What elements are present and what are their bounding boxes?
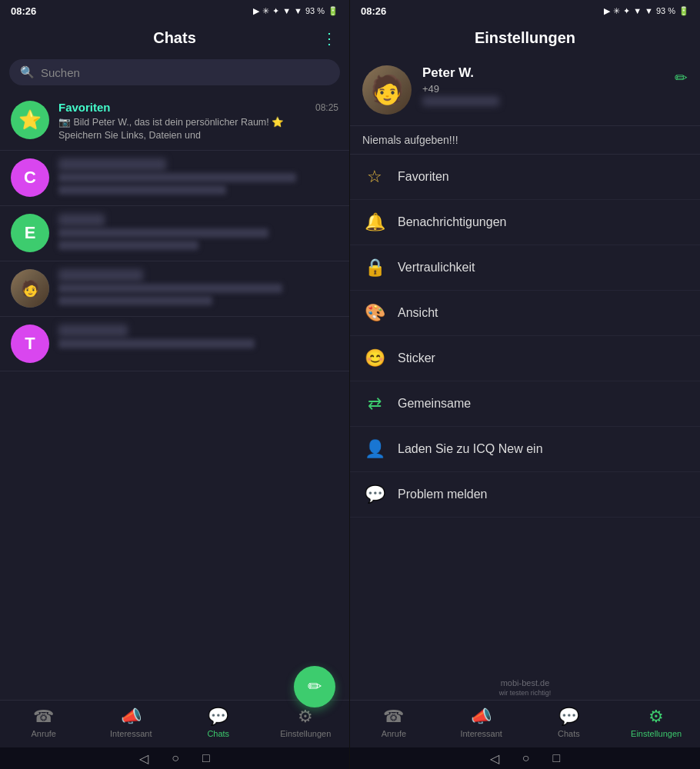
back-btn[interactable]: ◁ [139,751,148,766]
watermark: mobi-best.de wir testen richtig! [350,675,700,700]
profile-status: Niemals aufgeben!!! [350,126,700,155]
appearance-label: Ansicht [398,306,438,320]
settings-nav-icon: ⚙ [298,707,313,727]
list-item[interactable]: ⭐ Favoriten 08:25 📷 Bild Peter W., das i… [0,93,349,151]
chats-nav-label-r: Chats [558,729,580,738]
appearance-icon: 🎨 [364,303,385,323]
calls-label: Anrufe [32,729,56,738]
chat-name-blurred [58,158,166,171]
chat-preview-blurred [58,173,296,182]
invite-icon: 👤 [364,439,385,459]
chats-title: Chats [153,29,196,47]
chat-name-blurred [58,325,128,337]
profile-section[interactable]: 🧑 Peter W. +49 ✏ [350,55,700,126]
search-icon: 🔍 [20,65,35,79]
avatar: 🧑 [11,269,49,308]
avatar-photo-inner: 🧑 [11,269,49,308]
battery-text: 93 % [305,6,325,15]
chats-nav-icon-r: 💬 [558,707,579,727]
compose-icon: ✏ [308,677,322,697]
calls-label-r: Anrufe [382,729,406,738]
home-btn[interactable]: ○ [172,751,179,765]
invite-label: Laden Sie zu ICQ New ein [398,442,543,456]
battery-text-r: 93 % [656,6,675,15]
settings-nav-label-r: Einstellungen [631,729,682,738]
recents-btn[interactable]: □ [202,751,210,765]
signal-icon: ▼ [294,6,302,15]
settings-item-report[interactable]: 💬 Problem melden [350,472,700,518]
chat-preview-blurred-2 [58,296,212,305]
nav-item-calls-r[interactable]: ☎ Anrufe [367,707,421,738]
chat-content [58,158,338,198]
chat-name-blurred [58,214,105,226]
list-item[interactable]: 🧑 [0,261,349,317]
chat-preview: 📷 Bild Peter W., das ist dein persönlich… [58,116,289,142]
nav-item-interesting-r[interactable]: 📣 Interessant [455,707,508,738]
wifi-icon-r: ▼ [633,6,642,15]
bottom-nav-right: ☎ Anrufe 📣 Interessant 💬 Chats ⚙ Einstel… [350,700,700,747]
chat-time: 08:25 [315,102,338,113]
menu-icon[interactable]: ⋮ [322,29,337,48]
bluetooth-icon: ✦ [272,6,279,16]
nav-item-chats-r[interactable]: 💬 Chats [542,707,595,738]
favorites-icon: ☆ [364,167,385,187]
nav-item-interesting[interactable]: 📣 Interessant [104,707,158,738]
profile-phone: +49 [422,83,688,95]
settings-item-notifications[interactable]: 🔔 Benachrichtigungen [350,200,700,245]
edit-profile-icon[interactable]: ✏ [675,68,688,87]
list-item[interactable]: T [0,317,349,371]
settings-title: Einstellungen [475,29,575,47]
chat-preview-blurred-2 [58,185,226,195]
system-bar-left: ◁ ○ □ [0,747,349,769]
settings-nav-icon-r: ⚙ [648,707,664,727]
signal-icon-r: ▼ [645,6,653,15]
bottom-nav-left: ☎ Anrufe 📣 Interessant 💬 Chats ⚙ Einstel… [0,700,349,747]
chat-list: ⭐ Favoriten 08:25 📷 Bild Peter W., das i… [0,93,349,700]
avatar: ⭐ [11,101,49,139]
profile-username-blurred [422,96,499,106]
right-panel: 08:26 ▶ ✳ ✦ ▼ ▼ 93 % 🔋 Einstellungen 🧑 P… [350,0,700,769]
recents-btn-r[interactable]: □ [553,751,561,765]
status-bar-left: 08:26 ▶ ✳ ✦ ▼ ▼ 93 % 🔋 [0,0,349,22]
chat-row: Favoriten 08:25 [58,101,338,114]
avatar: T [11,325,49,363]
nav-item-settings-r[interactable]: ⚙ Einstellungen [629,707,683,738]
privacy-icon: 🔒 [364,258,385,278]
chats-nav-label: Chats [207,729,229,738]
settings-item-shared[interactable]: ⇄ Gemeinsame [350,381,700,427]
settings-item-stickers[interactable]: 😊 Sticker [350,336,700,381]
notifications-label: Benachrichtigungen [398,215,506,229]
nav-item-chats[interactable]: 💬 Chats [192,707,245,738]
settings-item-privacy[interactable]: 🔒 Vertraulichkeit [350,245,700,291]
status-icons-right: ▶ ✳ ✦ ▼ ▼ 93 % 🔋 [604,6,689,16]
nav-item-calls[interactable]: ☎ Anrufe [17,707,71,738]
media-icon-r: ▶ [604,6,610,16]
favorites-label: Favoriten [398,170,449,184]
report-label: Problem melden [398,488,488,501]
profile-name: Peter W. [422,65,688,81]
search-bar[interactable]: 🔍 Suchen [9,59,340,85]
list-item[interactable]: E [0,206,349,261]
list-item[interactable]: C [0,151,349,206]
shared-icon: ⇄ [364,394,385,414]
stickers-icon: 😊 [364,348,385,368]
back-btn-r[interactable]: ◁ [490,751,499,766]
home-btn-r[interactable]: ○ [522,751,530,765]
interesting-icon-r: 📣 [471,707,492,727]
chat-name: Favoriten [58,101,111,114]
compose-fab[interactable]: ✏ [294,666,335,707]
settings-item-appearance[interactable]: 🎨 Ansicht [350,291,700,336]
settings-list: ☆ Favoriten 🔔 Benachrichtigungen 🔒 Vertr… [350,155,700,675]
sync-icon-r: ✳ [613,6,620,16]
nav-item-settings[interactable]: ⚙ Einstellungen [278,707,332,738]
chat-preview-blurred [58,284,282,293]
settings-item-invite[interactable]: 👤 Laden Sie zu ICQ New ein [350,427,700,472]
wifi-icon: ▼ [282,6,291,15]
settings-header: Einstellungen [350,22,700,55]
settings-item-favorites[interactable]: ☆ Favoriten [350,155,700,200]
left-panel: 08:26 ▶ ✳ ✦ ▼ ▼ 93 % 🔋 Chats ⋮ 🔍 Suchen … [0,0,350,769]
avatar: C [11,158,49,197]
interesting-icon: 📣 [121,707,142,727]
interesting-label: Interessant [110,729,152,738]
status-icons-left: ▶ ✳ ✦ ▼ ▼ 93 % 🔋 [253,6,338,16]
